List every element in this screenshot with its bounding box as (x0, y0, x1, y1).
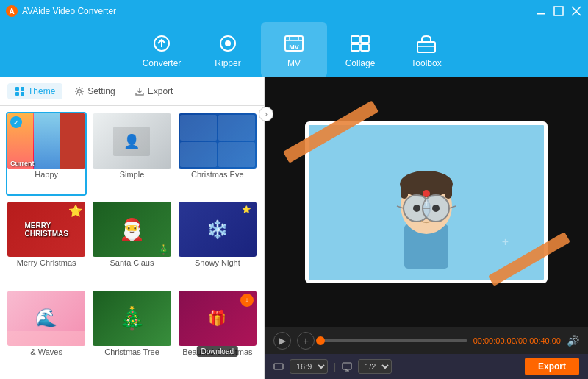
nav-mv[interactable]: MV MV (261, 22, 327, 77)
time-display: 00:00:00.00/00:00:40.00 (473, 336, 561, 345)
theme-beautiful-christmas[interactable]: 🎁 ↓ Download Beautiful Christmas (177, 289, 258, 373)
theme-happy[interactable]: Current ✓ Happy (6, 112, 87, 196)
add-frame-button[interactable]: + (297, 332, 315, 350)
preview-area: + + (265, 77, 588, 327)
svg-rect-19 (21, 87, 24, 91)
nav-toolbox-label: Toolbox (411, 58, 441, 68)
tab-setting-label: Setting (87, 86, 115, 96)
theme-simple-label: Simple (93, 170, 171, 180)
tab-export[interactable]: Export (127, 83, 181, 99)
svg-rect-13 (361, 36, 369, 43)
theme-santa-claus-label: Santa Claus (93, 258, 171, 269)
svg-text:MV: MV (289, 43, 299, 51)
volume-icon[interactable]: 🔊 (567, 335, 579, 347)
monitor-icon (342, 361, 352, 372)
svg-rect-18 (15, 87, 19, 91)
main-content: Theme Setting Export (0, 77, 588, 379)
tab-theme[interactable]: Theme (7, 83, 62, 99)
bottom-controls: 16:9 4:3 1:1 | 1/2 Export (265, 354, 588, 379)
nav-ripper-label: Ripper (215, 58, 240, 68)
right-panel: + + (265, 77, 588, 379)
navbar: Converter Ripper MV MV Collage (0, 22, 588, 77)
controls-bar: ▶ + 00:00:00.00/00:00:40.00 🔊 (265, 327, 588, 354)
minimize-icon[interactable] (535, 5, 547, 17)
left-panel: Theme Setting Export (0, 77, 265, 379)
nav-converter[interactable]: Converter (129, 22, 195, 77)
svg-rect-12 (351, 36, 359, 43)
theme-simple[interactable]: 👤 Simple (91, 112, 172, 196)
theme-snowy-night[interactable]: ❄️ ⭐ Snowy Night (177, 200, 258, 284)
theme-christmas-eve-label: Christmas Eve (179, 170, 257, 180)
titlebar: A AVAide Video Converter (0, 0, 588, 22)
svg-text:A: A (9, 7, 14, 15)
scroll-right-arrow[interactable]: › (259, 107, 273, 121)
svg-point-22 (78, 90, 82, 93)
collage-icon (348, 32, 372, 55)
svg-rect-36 (274, 364, 283, 369)
progress-track[interactable] (320, 339, 467, 342)
play-button[interactable]: ▶ (273, 332, 291, 350)
page-select[interactable]: 1/2 (358, 359, 392, 374)
progress-dot (316, 336, 325, 345)
nav-collage[interactable]: Collage (327, 22, 393, 77)
app-logo: A (6, 5, 18, 17)
close-icon[interactable] (570, 5, 582, 17)
svg-point-34 (432, 205, 440, 212)
converter-icon (150, 32, 173, 55)
svg-rect-27 (445, 184, 452, 199)
theme-christmas-tree[interactable]: 🎄 Christmas Tree (91, 289, 172, 373)
theme-merry-christmas[interactable]: MERRYCHRISTMAS ⭐ Merry Christmas (6, 200, 87, 284)
tab-export-label: Export (148, 86, 173, 96)
svg-rect-14 (351, 44, 359, 51)
theme-icon (15, 86, 25, 96)
theme-christmas-tree-label: Christmas Tree (93, 347, 171, 358)
theme-santa-claus[interactable]: 🎅 🎄 Santa Claus (91, 200, 172, 284)
theme-snowy-night-label: Snowy Night (179, 258, 257, 269)
mv-icon: MV (282, 32, 306, 55)
svg-point-33 (413, 205, 420, 212)
nav-toolbox[interactable]: Toolbox (393, 22, 459, 77)
download-tooltip: Download (197, 346, 238, 357)
theme-happy-label: Happy (7, 170, 85, 180)
time-total: 00:00:40.00 (518, 336, 561, 345)
export-icon (135, 86, 145, 96)
nav-ripper[interactable]: Ripper (195, 22, 261, 77)
setting-icon (74, 86, 85, 96)
theme-grid: Current ✓ Happy 👤 Simple (0, 106, 264, 379)
tab-theme-label: Theme (28, 86, 55, 96)
nav-converter-label: Converter (143, 58, 182, 68)
svg-rect-3 (554, 7, 563, 15)
download-icon[interactable]: ↓ (240, 294, 254, 307)
left-tabs: Theme Setting Export (0, 77, 264, 106)
svg-rect-37 (343, 363, 351, 369)
svg-point-9 (225, 40, 231, 46)
export-button[interactable]: Export (525, 358, 579, 375)
time-current: 00:00:00.00 (473, 336, 516, 345)
theme-merry-christmas-label: Merry Christmas (7, 258, 85, 269)
svg-rect-16 (417, 42, 435, 52)
svg-rect-2 (537, 13, 545, 15)
theme-selected-check: ✓ (10, 116, 22, 128)
titlebar-controls (535, 5, 582, 17)
svg-rect-20 (15, 92, 19, 96)
ratio-icon (273, 361, 284, 372)
svg-rect-15 (361, 44, 369, 51)
svg-rect-21 (21, 92, 24, 96)
tab-setting[interactable]: Setting (67, 83, 122, 99)
svg-rect-26 (401, 184, 408, 199)
ripper-icon (216, 32, 240, 55)
titlebar-left: A AVAide Video Converter (6, 5, 116, 17)
nav-collage-label: Collage (345, 58, 376, 68)
app-title: AVAide Video Converter (22, 6, 116, 16)
theme-waves[interactable]: 🌊 & Waves (6, 289, 87, 373)
theme-christmas-eve[interactable]: Christmas Eve (177, 112, 258, 196)
theme-waves-label: & Waves (7, 347, 85, 358)
aspect-ratio-select[interactable]: 16:9 4:3 1:1 (290, 359, 328, 374)
nav-mv-label: MV (287, 58, 301, 68)
toolbox-icon (415, 32, 438, 55)
maximize-icon[interactable] (553, 5, 564, 17)
